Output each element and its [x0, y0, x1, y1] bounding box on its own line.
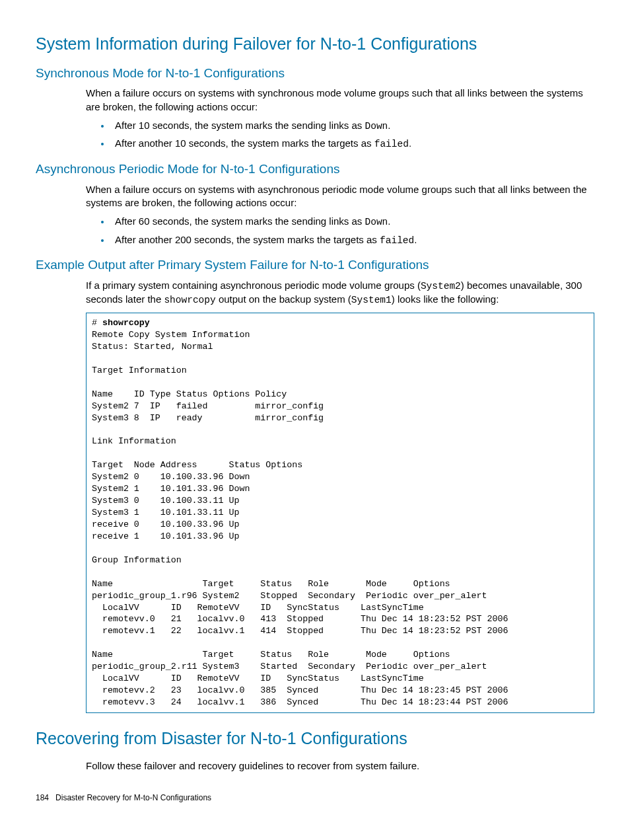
inline-code: Down	[365, 217, 388, 227]
text: output on the backup system (	[216, 293, 351, 305]
inline-code: showrcopy	[164, 295, 215, 305]
paragraph: If a primary system containing asynchron…	[86, 279, 594, 307]
page-footer: 184 Disaster Recovery for M-to-N Configu…	[36, 792, 594, 803]
inline-code: failed	[380, 235, 414, 246]
inline-code: failed	[374, 139, 409, 149]
inline-code: System1	[351, 295, 392, 305]
list-item: After another 10 seconds, the system mar…	[111, 137, 594, 151]
text: After 60 seconds, the system marks the s…	[115, 215, 365, 227]
paragraph: When a failure occurs on systems with sy…	[86, 87, 594, 114]
subsection-heading-sync: Synchronous Mode for N-to-1 Configuratio…	[36, 65, 594, 82]
text: After 10 seconds, the system marks the s…	[115, 120, 365, 131]
text: After another 10 seconds, the system mar…	[115, 137, 374, 149]
page-number: 184	[36, 793, 49, 802]
prompt: #	[92, 318, 102, 328]
subsection-heading-async: Asynchronous Periodic Mode for N-to-1 Co…	[36, 161, 594, 178]
text: .	[409, 137, 411, 149]
list-item: After another 200 seconds, the system ma…	[111, 233, 594, 248]
command-output: Remote Copy System Information Status: S…	[92, 330, 508, 707]
command: showrcopy	[102, 318, 150, 328]
list-item: After 60 seconds, the system marks the s…	[111, 215, 594, 229]
inline-code: System2	[421, 281, 461, 291]
text: ) looks like the following:	[392, 293, 499, 305]
subsection-heading-example: Example Output after Primary System Fail…	[36, 256, 594, 274]
list-item: After 10 seconds, the system marks the s…	[111, 119, 594, 134]
text: .	[388, 120, 390, 131]
paragraph: When a failure occurs on systems with as…	[86, 183, 594, 210]
text: After another 200 seconds, the system ma…	[115, 234, 380, 245]
section-heading: Recovering from Disaster for N-to-1 Conf…	[36, 728, 594, 750]
inline-code: Down	[365, 121, 388, 132]
code-output-block: # showrcopy Remote Copy System Informati…	[86, 313, 594, 713]
paragraph: Follow these failover and recovery guide…	[86, 759, 594, 773]
text: .	[414, 234, 417, 245]
text: .	[388, 215, 390, 227]
text: If a primary system containing asynchron…	[86, 280, 421, 291]
bullet-list: After 60 seconds, the system marks the s…	[36, 215, 594, 247]
bullet-list: After 10 seconds, the system marks the s…	[36, 119, 594, 151]
section-heading: System Information during Failover for N…	[36, 33, 594, 56]
chapter-title: Disaster Recovery for M-to-N Configurati…	[55, 793, 211, 802]
